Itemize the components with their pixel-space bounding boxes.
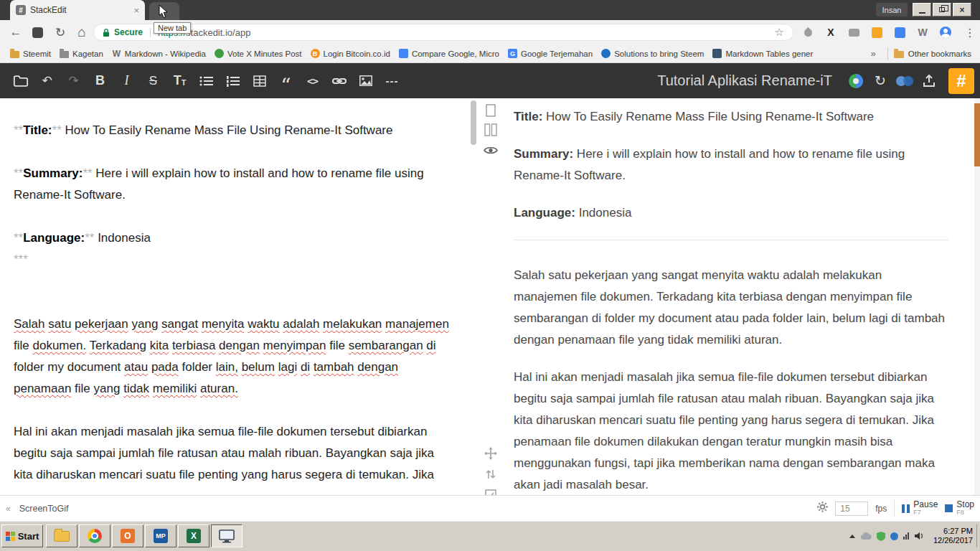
back-button[interactable]: ← — [7, 24, 24, 41]
collapse-icon[interactable]: « — [6, 504, 11, 514]
tab-close-icon[interactable]: × — [133, 5, 139, 16]
horizontal-rule-icon[interactable]: --- — [379, 63, 405, 98]
bookmark-item[interactable]: Solutions to bring Steem — [597, 47, 708, 60]
link-icon[interactable] — [326, 63, 352, 98]
extension-translate-icon[interactable] — [891, 24, 908, 41]
bookmark-label: Compare Google, Micro — [412, 50, 499, 58]
stop-button[interactable]: StopF8 — [945, 501, 974, 517]
start-button[interactable]: Start — [1, 524, 43, 547]
bookmark-item[interactable]: BLogin Bitcoin.co.id — [306, 47, 395, 60]
bookmark-favicon-icon — [399, 49, 408, 58]
accounts-icon[interactable] — [892, 63, 917, 98]
unordered-list-icon[interactable] — [193, 63, 220, 98]
network-signal-icon[interactable] — [903, 532, 909, 540]
file-explorer-button[interactable] — [46, 524, 77, 547]
taskbar-clock[interactable]: 6:27 PM 12/26/2017 — [933, 527, 973, 545]
fps-input[interactable]: 15 — [835, 501, 868, 516]
bookmark-favicon-icon: G — [508, 49, 517, 58]
minimize-button[interactable] — [913, 3, 931, 17]
document-title[interactable]: Tutorial Aplikasi Rename-iT — [657, 72, 832, 89]
markdown-editor-pane[interactable]: **Title:** How To Easily Rename Mass Fil… — [0, 98, 470, 495]
forward-button[interactable] — [29, 24, 46, 41]
blockquote-icon[interactable]: “ — [273, 63, 299, 98]
tab-stackedit[interactable]: # StackEdit × — [10, 0, 145, 20]
extension-orange-icon[interactable] — [868, 24, 885, 41]
extension-wikipedia-icon[interactable]: W — [914, 24, 931, 41]
extension-box-icon[interactable] — [845, 24, 862, 41]
preview-scrollbar-track[interactable] — [974, 98, 980, 495]
recorder-settings-icon[interactable] — [817, 501, 828, 515]
preview-eye-icon[interactable] — [483, 142, 499, 158]
close-button[interactable]: × — [953, 3, 971, 17]
editor-line[interactable]: *** — [14, 249, 452, 270]
chrome-button[interactable] — [79, 524, 110, 547]
box-shape — [849, 29, 859, 37]
redo-icon[interactable]: ↷ — [60, 63, 87, 98]
swap-panes-icon[interactable] — [483, 466, 499, 482]
url-rest: stackedit.io/app — [186, 27, 250, 38]
italic-icon[interactable]: I — [113, 63, 140, 98]
editor-line[interactable]: **Summary:** Here i will explain how to … — [14, 163, 452, 206]
single-pane-icon[interactable] — [483, 103, 499, 118]
bookmark-item[interactable]: Steemit — [6, 48, 55, 60]
editor-line[interactable]: **Title:** How To Easily Rename Mass Fil… — [14, 120, 452, 141]
image-icon[interactable] — [352, 63, 379, 98]
editor-line[interactable]: **Language:** Indonesia — [14, 227, 452, 249]
home-button[interactable]: ⌂ — [73, 24, 90, 41]
publish-icon[interactable] — [917, 63, 941, 98]
excel-button[interactable]: X — [178, 524, 209, 547]
start-label: Start — [18, 531, 39, 542]
bookmark-star-icon[interactable]: ☆ — [775, 26, 784, 39]
extension-person-icon[interactable] — [937, 24, 954, 41]
font-size-icon[interactable]: TT — [166, 63, 193, 98]
editor-line[interactable]: Salah satu pekerjaan yang sangat menyita… — [14, 314, 452, 400]
bookmark-item[interactable]: Markdown Tables gener — [708, 47, 817, 60]
editor-line[interactable]: Hal ini akan menjadi masalah jika semua … — [14, 421, 452, 486]
profile-button[interactable]: Insan — [876, 3, 908, 17]
address-bar[interactable]: Secure https://stackedit.io/app ☆ — [93, 24, 793, 41]
bookmark-item[interactable]: Compare Google, Micro — [395, 47, 504, 60]
mp-app-button[interactable]: MP — [145, 524, 176, 547]
taskbar: Start OMPX 6:27 PM 12/26/2017 — [0, 521, 980, 551]
bookmark-item[interactable]: GGoogle Terjemahan — [504, 47, 597, 60]
fps-label: fps — [875, 504, 887, 514]
ordered-list-icon[interactable] — [220, 63, 246, 98]
restore-icon — [939, 7, 945, 12]
extension-x-icon[interactable]: X — [822, 24, 839, 41]
show-desktop-strip[interactable] — [976, 524, 980, 547]
undo-icon[interactable]: ↶ — [34, 63, 60, 98]
sync-icon[interactable]: ↻ — [868, 63, 892, 98]
extension-droplet-icon[interactable] — [799, 24, 816, 41]
reload-button[interactable]: ↻ — [52, 24, 69, 41]
stackedit-logo[interactable]: # — [948, 68, 974, 94]
stackedit-favicon-icon: # — [16, 5, 26, 15]
pause-button[interactable]: PauseF7 — [902, 501, 938, 517]
tray-app-icon[interactable] — [890, 532, 898, 540]
bookmarks-overflow-icon[interactable]: » — [865, 48, 882, 59]
address-divider — [150, 27, 151, 37]
security-shield-icon[interactable] — [877, 532, 885, 541]
bookmark-item[interactable]: WMarkdown - Wikipedia — [108, 47, 210, 60]
preview-scrollbar-thumb[interactable] — [974, 103, 980, 166]
other-bookmarks-button[interactable]: Other bookmarks — [894, 50, 974, 58]
screen-recorder-button[interactable] — [211, 524, 242, 547]
code-icon[interactable]: <> — [299, 63, 326, 98]
table-icon[interactable] — [246, 63, 273, 98]
split-view-icon[interactable] — [483, 122, 499, 138]
preview-pane[interactable]: Title: How To Easily Rename Mass File Us… — [504, 98, 974, 495]
cloud-icon[interactable] — [860, 532, 872, 540]
bold-icon[interactable]: B — [87, 63, 113, 98]
browser-menu-icon[interactable]: ⋮ — [961, 24, 979, 41]
volume-icon[interactable] — [914, 532, 924, 540]
tray-chevron-up-icon[interactable] — [849, 534, 855, 538]
scroll-sync-icon[interactable] — [483, 446, 499, 461]
bookmark-item[interactable]: Kagetan — [55, 48, 108, 60]
editor-scrollbar[interactable] — [471, 100, 476, 145]
new-tab-tooltip: New tab — [154, 22, 191, 34]
folder-icon[interactable] — [7, 63, 34, 98]
restore-button[interactable] — [933, 3, 951, 17]
photos-sync-icon[interactable] — [844, 63, 868, 98]
strikethrough-icon[interactable]: S — [140, 63, 166, 98]
outlook-button[interactable]: O — [112, 524, 143, 547]
bookmark-item[interactable]: Vote X Minutes Post — [210, 47, 306, 60]
